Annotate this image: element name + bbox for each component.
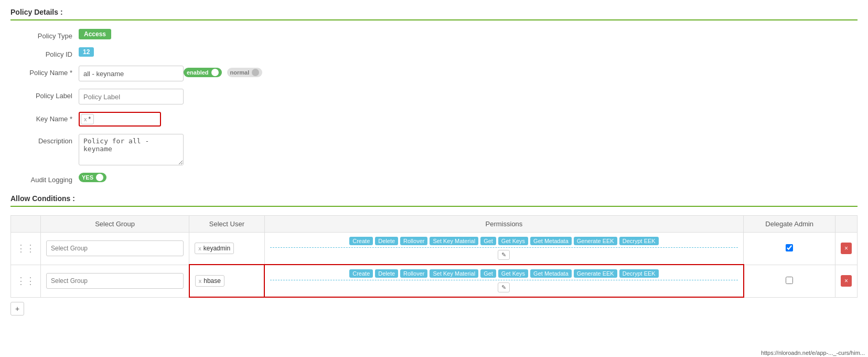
- perm-dashed-line: [270, 247, 738, 248]
- drag-handle[interactable]: ⋮⋮: [11, 265, 41, 297]
- col-select-user-header: Select User: [189, 216, 264, 233]
- perm-tag[interactable]: Delete: [375, 269, 398, 278]
- delegate-admin-checkbox[interactable]: [786, 244, 793, 251]
- select-user-cell: xhbase: [189, 265, 264, 297]
- perm-tag[interactable]: Generate EEK: [574, 269, 617, 278]
- key-name-input[interactable]: [96, 114, 159, 124]
- select-group-input[interactable]: [46, 273, 184, 289]
- edit-permissions-button[interactable]: ✎: [498, 282, 510, 292]
- delete-cell: ×: [835, 265, 857, 297]
- toggle-group: enabled normal: [184, 66, 262, 77]
- key-name-wrapper: x *: [79, 112, 161, 127]
- delete-row-button[interactable]: ×: [841, 275, 852, 287]
- key-name-label: Key Name *: [10, 112, 79, 123]
- col-drag: [11, 216, 41, 233]
- perm-tags: CreateDeleteRolloverSet Key MaterialGetG…: [270, 269, 738, 278]
- key-name-tag: x *: [81, 114, 94, 124]
- select-group-input[interactable]: [46, 240, 184, 256]
- toggle-enabled[interactable]: enabled: [184, 68, 222, 77]
- key-name-row: Key Name * x *: [10, 112, 858, 127]
- policy-name-row: Policy Name * enabled normal: [10, 66, 858, 81]
- conditions-table: Select Group Select User Permissions Del…: [10, 215, 858, 298]
- policy-type-label: Policy Type: [10, 29, 79, 40]
- allow-conditions-title: Allow Conditions :: [10, 194, 858, 207]
- policy-id-row: Policy ID 12: [10, 47, 858, 58]
- description-row: Description Policy for all - keyname: [10, 134, 858, 165]
- table-row: ⋮⋮xhbaseCreateDeleteRolloverSet Key Mate…: [11, 265, 858, 297]
- select-user-cell: xkeyadmin: [189, 233, 264, 265]
- permissions-cell: CreateDeleteRolloverSet Key MaterialGetG…: [264, 265, 744, 297]
- key-name-tag-x: x: [84, 116, 87, 122]
- delete-row-button[interactable]: ×: [841, 243, 852, 254]
- allow-conditions-section: Allow Conditions : Select Group Select U…: [10, 194, 858, 316]
- add-row-button[interactable]: +: [10, 302, 24, 316]
- policy-id-label: Policy ID: [10, 47, 79, 58]
- audit-logging-label: Audit Logging: [10, 173, 79, 184]
- perm-tag[interactable]: Set Key Material: [430, 269, 478, 278]
- perm-dashed-line: [270, 280, 738, 280]
- edit-permissions-button[interactable]: ✎: [498, 250, 510, 260]
- perm-tag[interactable]: Get Keys: [498, 269, 528, 278]
- perm-tag[interactable]: Decrypt EEK: [619, 237, 659, 245]
- perm-tags: CreateDeleteRolloverSet Key MaterialGetG…: [270, 237, 738, 245]
- audit-logging-dot: [96, 174, 103, 181]
- perm-tag[interactable]: Create: [349, 269, 373, 278]
- policy-type-badge: Access: [79, 29, 111, 39]
- perm-tag[interactable]: Get: [480, 269, 496, 278]
- perm-tag[interactable]: Create: [349, 237, 373, 245]
- col-permissions-header: Permissions: [264, 216, 744, 233]
- table-row: ⋮⋮xkeyadminCreateDeleteRolloverSet Key M…: [11, 233, 858, 265]
- col-select-group-header: Select Group: [41, 216, 189, 233]
- user-tag: xkeyadmin: [195, 243, 234, 254]
- col-delete-header: [835, 216, 857, 233]
- description-input[interactable]: Policy for all - keyname: [79, 134, 184, 165]
- delete-cell: ×: [835, 233, 857, 265]
- col-delegate-admin-header: Delegate Admin: [744, 216, 835, 233]
- audit-logging-row: Audit Logging YES: [10, 173, 858, 184]
- key-name-tag-value: *: [89, 116, 91, 123]
- policy-name-input[interactable]: [79, 66, 184, 81]
- policy-label-row: Policy Label: [10, 89, 858, 104]
- perm-tag[interactable]: Decrypt EEK: [619, 269, 659, 278]
- toggle-enabled-dot: [211, 69, 219, 76]
- policy-type-row: Policy Type Access: [10, 29, 858, 40]
- perm-tag[interactable]: Rollover: [400, 269, 427, 278]
- user-tag: xhbase: [195, 275, 224, 287]
- policy-label-label: Policy Label: [10, 89, 79, 100]
- perm-tag[interactable]: Rollover: [400, 237, 427, 245]
- policy-id-value: 12: [79, 47, 94, 57]
- delegate-admin-checkbox[interactable]: [786, 277, 793, 284]
- drag-handle[interactable]: ⋮⋮: [11, 233, 41, 265]
- toggle-normal-dot: [252, 69, 259, 76]
- user-tag-name: keyadmin: [203, 245, 230, 252]
- select-group-cell: [41, 233, 189, 265]
- select-group-cell: [41, 265, 189, 297]
- policy-label-input[interactable]: [79, 89, 184, 104]
- user-tag-remove[interactable]: x: [199, 278, 202, 284]
- toggle-enabled-label: enabled: [187, 69, 209, 76]
- policy-name-label: Policy Name *: [10, 66, 79, 77]
- toggle-normal[interactable]: normal: [227, 68, 263, 77]
- toggle-normal-label: normal: [230, 69, 250, 76]
- description-label: Description: [10, 134, 79, 145]
- perm-tag[interactable]: Delete: [375, 237, 398, 245]
- audit-logging-value: YES: [82, 174, 93, 181]
- delegate-admin-cell: [744, 233, 835, 265]
- policy-details-title: Policy Details :: [10, 8, 858, 20]
- user-tag-remove[interactable]: x: [198, 245, 201, 251]
- perm-tag[interactable]: Set Key Material: [430, 237, 478, 245]
- delegate-admin-cell: [744, 265, 835, 297]
- user-tag-name: hbase: [203, 277, 221, 285]
- permissions-cell: CreateDeleteRolloverSet Key MaterialGetG…: [264, 233, 744, 265]
- perm-tag[interactable]: Generate EEK: [574, 237, 617, 245]
- perm-tag[interactable]: Get Keys: [498, 237, 528, 245]
- perm-tag[interactable]: Get: [480, 237, 496, 245]
- audit-logging-toggle[interactable]: YES: [79, 173, 106, 182]
- perm-tag[interactable]: Get Metadata: [530, 269, 572, 278]
- perm-tag[interactable]: Get Metadata: [530, 237, 572, 245]
